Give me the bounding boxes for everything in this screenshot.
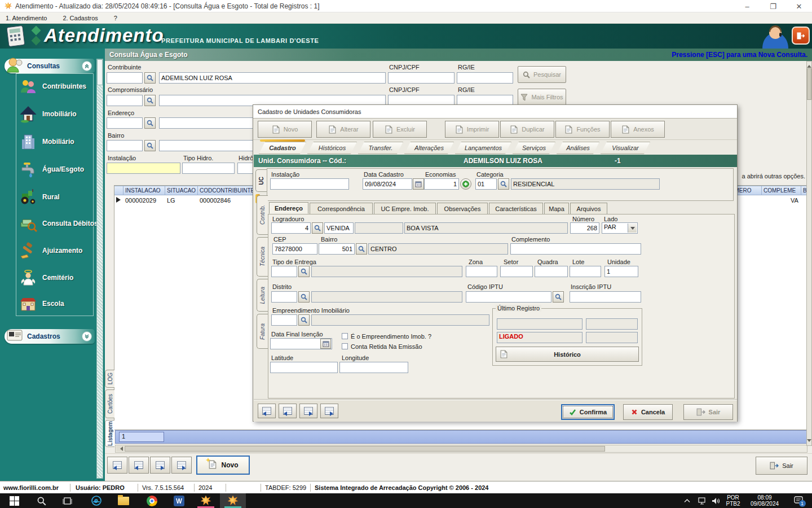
banner-exit-button[interactable] xyxy=(792,27,810,45)
menu-help[interactable]: ? xyxy=(114,15,117,21)
endereco-search-button[interactable] xyxy=(144,117,156,129)
numero-input[interactable] xyxy=(570,222,599,234)
listagem-summary-row[interactable]: 1 xyxy=(115,430,807,444)
chrome-icon[interactable] xyxy=(139,493,165,508)
dlg-record-last-button[interactable] xyxy=(320,404,338,418)
record-prev-button[interactable] xyxy=(129,457,149,474)
tab-mapa[interactable]: Mapa xyxy=(544,203,569,214)
lado-select[interactable]: PAR xyxy=(602,222,638,234)
empreendimento-desc-input[interactable] xyxy=(311,314,489,326)
tab-cartoes[interactable]: Cartões xyxy=(105,389,114,418)
zona-input[interactable] xyxy=(466,266,497,277)
bairro-code-input[interactable] xyxy=(107,140,143,151)
taskbar-search-button[interactable] xyxy=(28,493,54,508)
tab-analises[interactable]: Análises xyxy=(557,142,599,154)
cnpj-input[interactable] xyxy=(388,72,454,84)
categoria-search-button[interactable] xyxy=(498,178,509,190)
volume-icon[interactable] xyxy=(708,493,723,508)
categoria-code-input[interactable] xyxy=(475,178,497,190)
sidebar-section-consultas[interactable]: Consultas xyxy=(5,59,95,73)
toolbar-funcoes-button[interactable]: Funções xyxy=(555,121,610,138)
tab-uc[interactable]: UC xyxy=(255,169,267,192)
toolbar-excluir-button[interactable]: Excluir xyxy=(373,121,427,138)
tab-caracteristicas[interactable]: Características xyxy=(489,203,543,214)
bairro-search-button[interactable] xyxy=(144,140,156,151)
toolbar-duplicar-button[interactable]: Duplicar xyxy=(500,121,554,138)
toolbar-anexos-button[interactable]: Anexos xyxy=(611,121,665,138)
tab-transfer[interactable]: Transfer. xyxy=(358,142,403,154)
minimize-button[interactable]: – xyxy=(734,0,760,12)
dlg-record-next-button[interactable] xyxy=(299,404,317,418)
data-cadastro-calendar-button[interactable] xyxy=(413,178,424,190)
ultimo-registro-field1[interactable] xyxy=(497,318,582,330)
logradouro-code-input[interactable] xyxy=(271,222,311,234)
dlg-record-first-button[interactable] xyxy=(258,404,276,418)
tab-lancamentos[interactable]: Lançamentos xyxy=(455,142,511,154)
vertical-scrollbar-thumb[interactable] xyxy=(807,68,811,100)
dlg-bairro-nome-input[interactable] xyxy=(368,243,508,255)
grid-header-complemento[interactable]: COMPLEME xyxy=(762,186,801,195)
economias-add-button[interactable] xyxy=(460,178,471,190)
instalacao-input[interactable] xyxy=(107,163,180,174)
empreendimento-code-input[interactable] xyxy=(271,314,297,326)
rg-input[interactable] xyxy=(457,72,513,84)
record-last-button[interactable] xyxy=(171,457,192,474)
clock[interactable]: 08:0909/08/2024 xyxy=(744,493,785,508)
lote-input[interactable] xyxy=(570,266,601,277)
historico-button[interactable]: Histórico xyxy=(496,347,639,362)
data-cadastro-input[interactable] xyxy=(363,178,412,190)
sidebar-item-escola[interactable]: Escola xyxy=(19,293,92,314)
sidebar-scrollbar-thumb[interactable] xyxy=(97,59,103,85)
tab-log[interactable]: LOG xyxy=(105,370,114,388)
fiorilli-app-icon[interactable] xyxy=(193,493,219,508)
compromissario-search-button[interactable] xyxy=(144,95,156,106)
vertical-scrollbar[interactable] xyxy=(806,61,812,446)
tab-leitura[interactable]: Leitura xyxy=(257,279,268,312)
data-final-calendar-button[interactable] xyxy=(320,339,331,349)
dlg-record-prev-button[interactable] xyxy=(279,404,297,418)
chevron-down-icon[interactable] xyxy=(82,331,92,341)
internet-explorer-icon[interactable]: e xyxy=(83,493,109,508)
conta-retida-checkbox[interactable] xyxy=(342,343,348,349)
contribuinte-code-input[interactable] xyxy=(107,72,143,84)
economias-input[interactable] xyxy=(424,178,459,190)
toolbar-novo-button[interactable]: Novo xyxy=(258,121,312,138)
scroll-up-icon[interactable] xyxy=(807,63,811,68)
tab-endereco[interactable]: Endereço xyxy=(269,202,308,214)
dropdown-arrow-icon[interactable] xyxy=(628,224,637,233)
horizontal-scrollbar-thumb[interactable] xyxy=(125,446,605,452)
confirma-button[interactable]: Confirma xyxy=(561,404,615,420)
main-sair-button[interactable]: Sair xyxy=(756,457,807,475)
start-button[interactable] xyxy=(1,493,27,508)
endereco-code-input[interactable] xyxy=(107,117,143,129)
tray-chevron-icon[interactable] xyxy=(679,493,695,508)
tab-correspondencia[interactable]: Correspondência xyxy=(310,203,373,214)
tab-visualizar[interactable]: Visualizar xyxy=(601,142,650,154)
grid-header-situacao[interactable]: SITUACAO xyxy=(165,186,198,195)
record-next-button[interactable] xyxy=(150,457,170,474)
tipo-entrega-code-input[interactable] xyxy=(271,266,297,277)
tipo-hidro-input[interactable] xyxy=(182,163,235,174)
logradouro-tipo-input[interactable] xyxy=(324,222,354,234)
tab-cadastro[interactable]: Cadastro xyxy=(259,142,306,154)
empreendimento-search-button[interactable] xyxy=(298,314,310,326)
longitude-input[interactable] xyxy=(339,362,408,373)
language-indicator[interactable]: PORPTB2 xyxy=(723,493,743,508)
logradouro-search-button[interactable] xyxy=(312,222,323,234)
sidebar-item-contribuintes[interactable]: Contribuintes xyxy=(19,76,92,97)
tab-fatura[interactable]: Fatura xyxy=(257,314,268,349)
file-explorer-icon[interactable] xyxy=(111,493,136,508)
distrito-desc-input[interactable] xyxy=(311,291,462,303)
cell-instalacao[interactable]: 000002029 xyxy=(123,196,165,205)
sidebar-item-ajuizamento[interactable]: Ajuizamento xyxy=(19,240,92,261)
setor-input[interactable] xyxy=(500,266,533,277)
iptu-search-button[interactable] xyxy=(553,291,564,303)
quadra-input[interactable] xyxy=(535,266,568,277)
unidade-input[interactable] xyxy=(604,266,638,277)
tipo-entrega-search-button[interactable] xyxy=(298,266,310,277)
tab-contrib[interactable]: Contrib. xyxy=(257,195,268,235)
categoria-desc-input[interactable] xyxy=(511,178,660,190)
sidebar-item-mobiliario[interactable]: Mobiliário xyxy=(19,131,92,152)
listagem-count-cell[interactable]: 1 xyxy=(119,432,164,442)
scroll-left-icon[interactable] xyxy=(116,446,124,452)
